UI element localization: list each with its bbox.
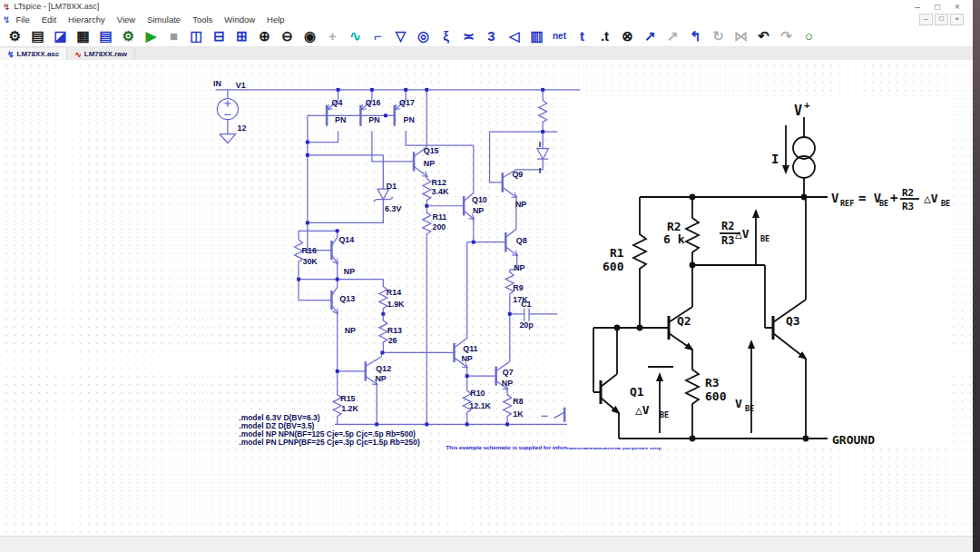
mirror-icon[interactable]: ⋈: [730, 27, 752, 45]
text-icon[interactable]: t: [571, 27, 593, 45]
figure-r1-value: 600: [603, 260, 624, 273]
label-r8: R8: [513, 397, 523, 406]
tile-vertical-icon[interactable]: ◫: [185, 27, 208, 45]
mdi-minimize-button[interactable]: –: [919, 14, 933, 25]
label-net-icon[interactable]: ◎: [412, 27, 435, 45]
capacitor-c1[interactable]: [524, 309, 529, 321]
mdi-restore-button[interactable]: □: [935, 14, 948, 25]
zener-d1[interactable]: [374, 189, 393, 202]
spice-directive-icon[interactable]: .t: [593, 27, 616, 45]
svg-text:BE: BE: [660, 410, 669, 419]
open-icon[interactable]: ◪: [49, 27, 72, 45]
svg-text:V: V: [831, 191, 839, 205]
figure-resistor-r3: [686, 366, 699, 406]
component-icon[interactable]: ▥: [525, 27, 548, 45]
control-panel-icon[interactable]: ⚙: [4, 27, 26, 45]
zoom-out-icon[interactable]: ⊖: [276, 27, 299, 45]
find-icon[interactable]: ○: [798, 27, 820, 45]
tab-schematic-label: LM78XX.asc: [17, 50, 60, 58]
value-r12: 3.4K: [432, 187, 449, 196]
print-icon[interactable]: ▤: [94, 27, 117, 45]
window-title: LTspice - [LM78XX.asc]: [14, 2, 907, 11]
value-r14: 1.9K: [387, 300, 405, 309]
halt-icon[interactable]: ■: [162, 27, 185, 45]
zoom-full-icon[interactable]: ◉: [299, 27, 321, 45]
schematic-canvas[interactable]: IN V1 12 Q4 PN Q16 PN Q17 PN Q15 NP D1 6…: [0, 60, 973, 536]
move-icon[interactable]: ↗: [662, 27, 684, 45]
inductor-icon[interactable]: 3: [480, 27, 503, 45]
label-q11: Q11: [463, 344, 477, 353]
menu-file[interactable]: File: [15, 15, 29, 25]
diode-symbol[interactable]: [537, 149, 548, 160]
menu-tools[interactable]: Tools: [192, 15, 212, 25]
netlist-icon[interactable]: net: [548, 27, 571, 45]
capacitor-icon[interactable]: ≍: [457, 27, 480, 45]
maximize-button[interactable]: □: [927, 1, 947, 13]
label-v1: V1: [236, 81, 246, 90]
undo-icon[interactable]: ↶: [752, 27, 775, 45]
spice-directives[interactable]: .model 6.3V D(BV=6.3) .model DZ D(BV=3.5…: [239, 413, 420, 447]
tile-horizontal-icon[interactable]: ⊟: [208, 27, 230, 45]
tab-bar: ↯ LM78XX.asc ∿ LM78XX.raw: [0, 47, 973, 61]
current-label: I: [771, 152, 779, 166]
svg-text:R3: R3: [902, 201, 914, 212]
menu-view[interactable]: View: [117, 15, 135, 25]
run-icon[interactable]: ▶: [140, 27, 162, 45]
duplicate-icon[interactable]: ↗: [639, 27, 662, 45]
status-bar: [0, 536, 973, 552]
save-icon[interactable]: ▦: [72, 27, 94, 45]
menu-help[interactable]: Help: [267, 15, 285, 25]
model-q17: PN: [404, 115, 415, 124]
cascade-icon[interactable]: ⊞: [230, 27, 253, 45]
waveform-icon[interactable]: ∿: [344, 27, 367, 45]
label-q16: Q16: [366, 98, 381, 107]
redo-icon[interactable]: ↷: [775, 27, 798, 45]
reference-figure: V + I V REF = V BE + R2 R3 △V BE R1 6: [567, 96, 952, 448]
mdi-close-button[interactable]: ×: [950, 14, 964, 25]
diode-icon[interactable]: ◁: [503, 27, 525, 45]
minimize-button[interactable]: –: [907, 1, 927, 13]
supply-plus: +: [804, 99, 810, 111]
model-q16: PN: [368, 115, 379, 124]
model-q10: NP: [473, 206, 484, 215]
resistor-icon[interactable]: ξ: [435, 27, 457, 45]
zoom-in-icon[interactable]: ⊕: [253, 27, 276, 45]
model-q4: PN: [335, 115, 346, 124]
clipped-dots: ...: [541, 409, 547, 419]
menu-hierarchy[interactable]: Hierarchy: [68, 15, 105, 25]
label-r13: R13: [387, 326, 402, 335]
menu-simulate[interactable]: Simulate: [147, 15, 181, 25]
resistor-r12[interactable]: [423, 176, 431, 202]
label-q10: Q10: [472, 195, 487, 204]
model-q11: NP: [461, 354, 472, 363]
value-r13: 26: [388, 336, 397, 345]
model-q9: NP: [515, 200, 526, 209]
value-r16: 30K: [303, 257, 318, 266]
settings-icon[interactable]: ⚙: [117, 27, 140, 45]
component-labels[interactable]: IN V1 12 Q4 PN Q16 PN Q17 PN Q15 NP D1 6…: [213, 79, 548, 419]
svg-text:BE: BE: [760, 234, 769, 243]
resistor-r8[interactable]: [504, 392, 512, 418]
menu-edit[interactable]: Edit: [42, 15, 56, 25]
waveform-tab-icon: ∿: [74, 50, 82, 59]
close-button[interactable]: ×: [947, 1, 967, 13]
resistor-r11[interactable]: [423, 210, 431, 235]
paste-icon[interactable]: ↻: [707, 27, 730, 45]
resistor-r13[interactable]: [379, 318, 387, 343]
new-schematic-icon[interactable]: ▤: [26, 27, 49, 45]
title-bar: ↯ LTspice - [LM78XX.asc] – □ ×: [0, 0, 973, 14]
transistor-bars[interactable]: [327, 105, 564, 422]
label-q9: Q9: [512, 170, 523, 179]
value-c1: 20p: [519, 320, 534, 330]
tab-waveform[interactable]: ∿ LM78XX.raw: [67, 48, 135, 60]
delete-icon[interactable]: ⊗: [616, 27, 639, 45]
menu-window[interactable]: Window: [224, 15, 255, 25]
pan-icon[interactable]: +: [321, 27, 344, 45]
tab-waveform-label: LM78XX.raw: [84, 50, 127, 58]
ground-icon[interactable]: ▽: [389, 27, 412, 45]
mdi-window-controls: –□×: [919, 14, 964, 25]
resistor[interactable]: [539, 98, 547, 123]
tab-schematic[interactable]: ↯ LM78XX.asc: [0, 48, 67, 60]
wire-icon[interactable]: ⌐: [367, 27, 389, 45]
drag-icon[interactable]: ↰: [684, 27, 707, 45]
